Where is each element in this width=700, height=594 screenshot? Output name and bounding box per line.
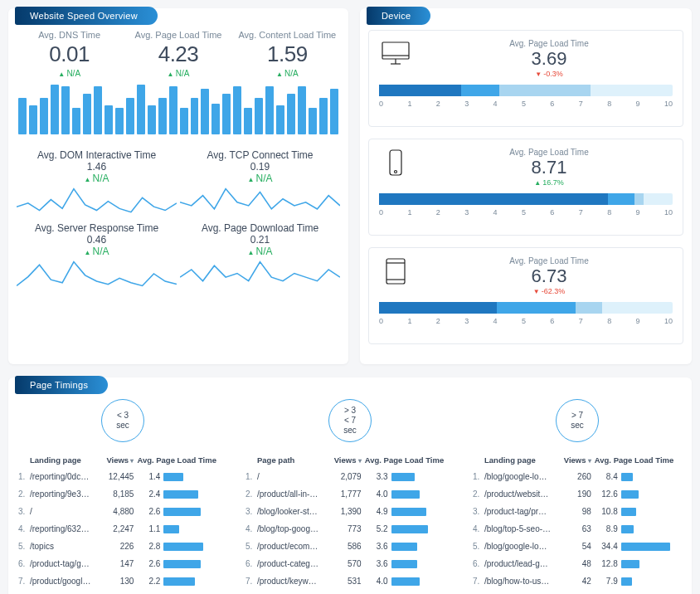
device-axis: 012345678910 bbox=[379, 317, 673, 325]
device-metric-delta: 16.7% bbox=[425, 178, 673, 187]
bar bbox=[61, 86, 70, 134]
timings-table: Landing page Views Avg. Page Load Time 1… bbox=[471, 452, 683, 590]
table-row[interactable]: 5. /blog/google-lo… 54 34.4 bbox=[471, 538, 683, 555]
metric-label: Avg. Page Download Time bbox=[180, 222, 340, 234]
table-row[interactable]: 6. /product/lead-g… 48 12.8 bbox=[471, 555, 683, 572]
table-row[interactable]: 3. /blog/looker-st… 1,390 4.9 bbox=[244, 503, 456, 520]
row-index: 5. bbox=[17, 538, 28, 555]
metric-value: 0.21 bbox=[180, 234, 340, 246]
row-views: 1,777 bbox=[328, 485, 363, 503]
row-views: 2,079 bbox=[328, 468, 363, 485]
table-row[interactable]: 1. / 2,079 3.3 bbox=[244, 468, 456, 485]
device-metric-label: Avg. Page Load Time bbox=[425, 39, 673, 48]
table-row[interactable]: 5. /topics 226 2.8 bbox=[17, 538, 229, 555]
table-row[interactable]: 3. / 4,880 2.6 bbox=[17, 503, 229, 520]
table-row[interactable]: 4. /reporting/632… 2,247 1.1 bbox=[17, 520, 229, 538]
row-load: 2.2 bbox=[135, 572, 229, 590]
metric-label: Avg. DOM Interactive Time bbox=[17, 149, 177, 161]
timings-table: Landing page Views Avg. Page Load Time 1… bbox=[17, 452, 229, 590]
device-metric-label: Avg. Page Load Time bbox=[425, 148, 673, 157]
bucket-label: > 7sec bbox=[556, 399, 599, 442]
metric-label: Avg. Server Response Time bbox=[17, 222, 177, 234]
speed-overview-title: Website Speed Overview bbox=[15, 7, 158, 25]
row-path: /product/googl… bbox=[28, 572, 101, 590]
row-views: 48 bbox=[559, 555, 593, 572]
table-row[interactable]: 4. /blog/top-goog… 773 5.2 bbox=[244, 520, 456, 538]
bar bbox=[309, 108, 317, 134]
row-views: 8,185 bbox=[101, 485, 136, 503]
table-row[interactable]: 4. /blog/top-5-seo-… 63 8.9 bbox=[471, 520, 683, 538]
table-row[interactable]: 7. /product/googl… 130 2.2 bbox=[17, 572, 229, 590]
row-index: 7. bbox=[17, 572, 28, 590]
device-metric-delta: -62.3% bbox=[425, 287, 673, 295]
row-load: 2.4 bbox=[135, 485, 229, 503]
table-row[interactable]: 7. /blog/how-to-us… 42 7.9 bbox=[471, 572, 683, 590]
col-path[interactable]: Landing page bbox=[28, 452, 101, 468]
row-path: /product-tag/g… bbox=[28, 555, 101, 572]
row-path: /blog/google-lo… bbox=[483, 468, 559, 485]
bar bbox=[51, 85, 59, 134]
row-views: 147 bbox=[101, 555, 136, 572]
row-load: 8.4 bbox=[593, 468, 683, 485]
row-index: 2. bbox=[17, 485, 28, 503]
row-load: 5.2 bbox=[363, 520, 456, 538]
metric-value: 1.46 bbox=[17, 161, 177, 173]
row-index: 5. bbox=[244, 538, 255, 555]
row-index: 3. bbox=[471, 503, 483, 520]
table-row[interactable]: 1. /blog/google-lo… 260 8.4 bbox=[471, 468, 683, 485]
row-views: 1,390 bbox=[328, 503, 363, 520]
metric-label: Avg. DNS Time bbox=[17, 30, 122, 40]
row-load: 2.6 bbox=[135, 555, 229, 572]
device-axis: 012345678910 bbox=[379, 100, 673, 108]
table-row[interactable]: 6. /product-categ… 570 3.6 bbox=[244, 555, 456, 572]
bar bbox=[18, 98, 27, 134]
col-views[interactable]: Views bbox=[101, 452, 136, 468]
row-views: 2,247 bbox=[101, 520, 136, 538]
row-path: /reporting/632… bbox=[28, 520, 101, 538]
row-load: 4.9 bbox=[363, 503, 456, 520]
row-views: 12,445 bbox=[101, 468, 136, 485]
row-views: 130 bbox=[101, 572, 136, 590]
metric-delta: N/A bbox=[180, 246, 340, 257]
row-load: 12.8 bbox=[593, 555, 683, 572]
row-path: /blog/top-goog… bbox=[255, 520, 328, 538]
col-load[interactable]: Avg. Page Load Time bbox=[135, 452, 229, 468]
metric-delta: N/A bbox=[17, 246, 177, 257]
col-path[interactable]: Landing page bbox=[483, 452, 559, 468]
row-load: 12.6 bbox=[593, 485, 683, 503]
row-views: 4,880 bbox=[101, 503, 136, 520]
col-views[interactable]: Views bbox=[328, 452, 363, 468]
table-row[interactable]: 1. /reporting/0dc… 12,445 1.4 bbox=[17, 468, 229, 485]
table-row[interactable]: 3. /product-tag/pr… 98 10.8 bbox=[471, 503, 683, 520]
col-load[interactable]: Avg. Page Load Time bbox=[593, 452, 683, 468]
metric-value: 1.59 bbox=[235, 41, 340, 67]
row-load: 2.6 bbox=[135, 503, 229, 520]
row-index: 7. bbox=[244, 572, 255, 590]
device-row-mobile: Avg. Page Load Time 8.71 16.7% 012345678… bbox=[368, 139, 683, 236]
table-row[interactable]: 2. /reporting/9e3… 8,185 2.4 bbox=[17, 485, 229, 503]
row-views: 98 bbox=[559, 503, 593, 520]
speed-top-metrics: Avg. DNS Time 0.01 N/A Avg. Page Load Ti… bbox=[17, 30, 340, 78]
row-path: /blog/how-to-us… bbox=[483, 572, 559, 590]
page-load-bar-chart bbox=[18, 85, 338, 134]
device-metric-label: Avg. Page Load Time bbox=[425, 256, 673, 265]
row-index: 6. bbox=[17, 555, 28, 572]
table-row[interactable]: 2. /product/websit… 190 12.6 bbox=[471, 485, 683, 503]
row-path: / bbox=[255, 468, 328, 485]
device-metric-value: 8.71 bbox=[425, 157, 673, 178]
row-load: 3.3 bbox=[363, 468, 456, 485]
col-views[interactable]: Views bbox=[559, 452, 593, 468]
table-row[interactable]: 2. /product/all-in-… 1,777 4.0 bbox=[244, 485, 456, 503]
table-row[interactable]: 7. /product/keyw… 531 4.0 bbox=[244, 572, 456, 590]
table-row[interactable]: 6. /product-tag/g… 147 2.6 bbox=[17, 555, 229, 572]
col-path[interactable]: Page path bbox=[255, 452, 328, 468]
row-load: 2.8 bbox=[135, 538, 229, 555]
bar bbox=[319, 98, 328, 134]
table-row[interactable]: 5. /product/ecom… 586 3.6 bbox=[244, 538, 456, 555]
svg-point-5 bbox=[395, 171, 397, 173]
tablet-icon bbox=[379, 256, 412, 286]
col-load[interactable]: Avg. Page Load Time bbox=[363, 452, 456, 468]
row-views: 260 bbox=[559, 468, 593, 485]
bar bbox=[211, 104, 220, 134]
device-axis: 012345678910 bbox=[379, 208, 673, 217]
